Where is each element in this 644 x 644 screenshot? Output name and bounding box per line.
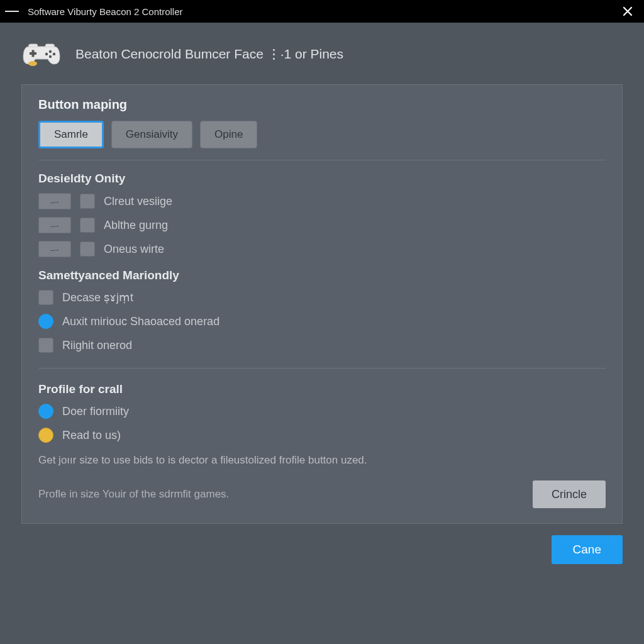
titlebar: Software Viburty Beacon 2 Controller — [0, 0, 644, 23]
checkbox[interactable] — [38, 290, 53, 305]
page-title: Beaton Cenocrold Bumcer Face ⋮·1 or Pine… — [75, 47, 343, 62]
checkbox[interactable] — [80, 218, 95, 233]
gamepad-icon — [21, 38, 62, 70]
tab-opine[interactable]: Opine — [200, 121, 257, 148]
option-label: Riighit onerod — [62, 339, 132, 352]
option-label: Oneus wirte — [104, 243, 164, 256]
checkbox[interactable] — [80, 194, 95, 209]
checkbox[interactable] — [38, 338, 53, 353]
tab-sensitivity[interactable]: Gensiaivity — [111, 121, 192, 148]
option-row: Doer fiormiity — [38, 404, 606, 419]
svg-point-1 — [53, 53, 55, 55]
svg-point-0 — [49, 50, 52, 53]
option-row: Auxit miriouc Shaoaced onerad — [38, 314, 606, 329]
section3-title: Profile for crall — [38, 382, 606, 396]
menu-icon[interactable] — [5, 11, 19, 12]
divider — [38, 160, 606, 160]
help-text: Get joıır size to use bids to is dector … — [38, 454, 606, 467]
section1-title: Desieldty Onity — [38, 172, 606, 186]
option-row: Decase ṣɤjṃt — [38, 290, 606, 305]
svg-point-6 — [28, 61, 37, 66]
app-window: Software Viburty Beacon 2 Controller Bea… — [0, 0, 644, 644]
footer-note: Profle in size Youir of the sdrmfit game… — [38, 488, 533, 501]
svg-point-2 — [49, 55, 52, 58]
mapping-chip-icon[interactable] — [38, 241, 71, 257]
mapping-row: Clreut vesiige — [38, 193, 606, 209]
radio[interactable] — [38, 428, 53, 443]
tab-samrle[interactable]: Samrle — [38, 121, 104, 148]
svg-point-3 — [45, 53, 48, 55]
mapping-row: Ablthe gurng — [38, 217, 606, 233]
checkbox[interactable] — [80, 242, 95, 257]
option-label: Decase ṣɤjṃt — [62, 291, 133, 304]
mapping-chip-icon[interactable] — [38, 193, 71, 209]
option-label: Read to us) — [62, 429, 121, 442]
tab-row: Samrle Gensiaivity Opine — [38, 121, 606, 148]
panel-title: Button maping — [38, 97, 606, 112]
mapping-row: Oneus wirte — [38, 241, 606, 257]
section2-title: Samettyanced Mariondly — [38, 269, 606, 282]
window-title: Software Viburty Beacon 2 Controller — [28, 6, 616, 17]
option-label: Ablthe gurng — [104, 219, 168, 232]
cane-button[interactable]: Cane — [552, 535, 623, 564]
divider — [38, 368, 606, 369]
option-row: Riighit onerod — [38, 338, 606, 353]
radio[interactable] — [38, 404, 53, 419]
option-row: Read to us) — [38, 428, 606, 443]
dialog-footer: Cane — [0, 524, 644, 564]
close-icon[interactable] — [616, 0, 639, 23]
option-label: Auxit miriouc Shaoaced onerad — [62, 315, 219, 328]
option-label: Clreut vesiige — [104, 195, 172, 208]
settings-panel: Button maping Samrle Gensiaivity Opine D… — [21, 84, 623, 524]
option-label: Doer fiormiity — [62, 405, 129, 418]
page-header: Beaton Cenocrold Bumcer Face ⋮·1 or Pine… — [0, 23, 644, 84]
mapping-chip-icon[interactable] — [38, 217, 71, 233]
panel-footer-row: Profle in size Youir of the sdrmfit game… — [38, 480, 606, 508]
crincle-button[interactable]: Crincle — [533, 480, 606, 508]
radio[interactable] — [38, 314, 53, 329]
svg-rect-5 — [32, 50, 35, 57]
